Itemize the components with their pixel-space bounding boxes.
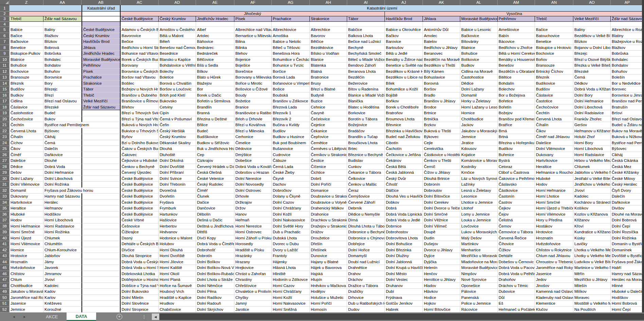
cell-Z29[interactable]: Dešov xyxy=(10,170,43,176)
cell-AG34[interactable]: Dolní Cazov xyxy=(272,200,310,206)
cell-AE50[interactable]: Dolní Radíkov xyxy=(196,295,234,301)
cell-AL42[interactable]: Menhartice xyxy=(460,247,498,253)
cell-district-header-AK[interactable]: Jihlava xyxy=(423,16,460,22)
cell-AA49[interactable]: Kadov xyxy=(43,289,82,295)
cell-AM43[interactable]: Dehtáře xyxy=(498,253,535,259)
cell-AH16[interactable]: Budyně xyxy=(310,92,347,99)
cell-AA42[interactable]: Chlum-Korouhvice xyxy=(43,247,82,253)
cell-AM14[interactable]: Bohdalín xyxy=(498,81,535,87)
cell-AG42[interactable]: Dvory u Lažišť xyxy=(272,247,310,253)
cell-AD35[interactable]: Frymburk xyxy=(159,205,196,212)
cell-AB18[interactable]: Žďár nad Sázavou xyxy=(82,104,121,111)
cell-AN43[interactable]: Chlum nad Jihlavou xyxy=(535,253,573,259)
cell-AA8[interactable]: Bobrová xyxy=(43,45,82,51)
cell-AK18[interactable]: Brodce xyxy=(423,104,460,111)
cell-AK27[interactable]: Čenkov u Třešti xyxy=(423,158,460,164)
cell-AJ39[interactable]: Dobrohostov xyxy=(385,229,423,235)
cell-AJ4[interactable] xyxy=(385,22,423,27)
cell-AD42[interactable]: Horní Dlouhá xyxy=(159,247,196,253)
cell-AF43[interactable]: Hrazánky xyxy=(234,253,272,259)
row-header-47[interactable]: 47 xyxy=(0,277,10,283)
cell-AG19[interactable]: Březovík 1 xyxy=(272,110,310,116)
cell-AI15[interactable]: Bítov u Radenína xyxy=(347,86,385,92)
row-header-40[interactable]: 40 xyxy=(0,235,10,241)
cell-AM9[interactable]: Bělá u Horní Cerekve xyxy=(498,51,535,57)
cell-Z15[interactable]: Budišov xyxy=(10,86,43,92)
cell-AG47[interactable]: Hodonín u Zdíkovce xyxy=(272,277,310,283)
cell-Z10[interactable]: Blatnice xyxy=(10,57,43,63)
cell-Z18[interactable]: Čáslavice xyxy=(10,104,43,111)
cell-AO49[interactable]: Milíkov xyxy=(573,289,611,295)
cell-AK25[interactable]: Cerekvička xyxy=(423,146,460,152)
cell-AN44[interactable]: Chroustov u Třebenic xyxy=(535,259,573,265)
cell-AL13[interactable]: Častohostice xyxy=(460,74,498,81)
cell-AL36[interactable]: Lomy u Jemnice xyxy=(460,212,498,218)
cell-AP6[interactable]: Blatiny xyxy=(611,33,644,39)
cell-AM10[interactable]: Benátky u Houserovky xyxy=(498,57,535,63)
cell-AG44[interactable]: Hájenky xyxy=(272,259,310,265)
cell-AG31[interactable]: Dachov xyxy=(272,182,310,188)
cell-AM28[interactable]: Cetoraz xyxy=(498,164,535,170)
cell-AL32[interactable]: Lesná u Želetavy xyxy=(460,188,498,194)
cell-AA15[interactable]: Březejc xyxy=(43,86,82,92)
cell-AE11[interactable]: Bílá u Sedla xyxy=(196,63,234,69)
cell-AP9[interactable]: Bobrůvka xyxy=(611,51,644,57)
cell-district-header-AG[interactable]: Prachatice xyxy=(272,16,310,22)
cell-AE27[interactable]: Cizkrajov xyxy=(196,158,234,164)
cell-AF42[interactable]: Hradiště u Písku xyxy=(234,247,272,253)
cell-AL19[interactable]: Hornice xyxy=(460,110,498,116)
cell-AJ11[interactable]: Benetice u Světlé nad Sázavou xyxy=(385,63,423,69)
cell-AM13[interactable]: Bitětice xyxy=(498,74,535,81)
cell-AK13[interactable]: Bohuslavice xyxy=(423,74,460,81)
cell-AE52[interactable]: Dolní Skrýchov xyxy=(196,307,234,313)
cell-AM21[interactable]: Bratřice xyxy=(498,122,535,128)
cell-AE8[interactable]: Bednárec xyxy=(196,45,234,51)
cell-AM47[interactable]: Drahoňov xyxy=(498,277,535,283)
cell-AH52[interactable]: Hornosín xyxy=(310,307,347,313)
cell-AE10[interactable]: Bělčovice xyxy=(196,57,234,63)
cell-AE6[interactable]: Artolec xyxy=(196,33,234,39)
cell-AK9[interactable]: Beranovec xyxy=(423,51,460,57)
cell-AE12[interactable]: Bílkov xyxy=(196,69,234,75)
cell-AO37[interactable]: Křižanov xyxy=(573,217,611,223)
cell-AM41[interactable]: Číhovice xyxy=(498,241,535,247)
cell-AF4[interactable] xyxy=(234,22,272,27)
cell-AE30[interactable]: České Velenice xyxy=(196,176,234,182)
cell-AN45[interactable]: Jaroměřice nad Rokytnou xyxy=(535,265,573,271)
cell-AP21[interactable]: Budeč u Žďáru nad Sázavou xyxy=(611,122,644,128)
cell-AD50[interactable]: Hradiště u Kaplice xyxy=(159,295,196,301)
cell-Z22[interactable]: Červená Lhota xyxy=(10,128,43,134)
cell-AN46[interactable]: Jasenice xyxy=(535,271,573,277)
cell-AN37[interactable]: Hory u Předína xyxy=(535,217,573,223)
cell-AP31[interactable]: Český Herálec xyxy=(611,182,644,188)
cell-AK8[interactable]: Bedřichov u Jihlavy xyxy=(423,45,460,51)
cell-AF28[interactable]: Dobrá Voda u Kovářova xyxy=(234,164,272,170)
cell-Z19[interactable]: Častohostice xyxy=(10,110,43,116)
cell-AM11[interactable]: Benešov xyxy=(498,63,535,69)
cell-AJ33[interactable]: Dlouhá Ves u Havlíčkova Brodu xyxy=(385,193,423,200)
cell-AK16[interactable]: Bradlo xyxy=(423,92,460,99)
cell-AP44[interactable]: Fryšava pod Žákovou horou xyxy=(611,259,644,265)
cell-AD7[interactable]: Běleň xyxy=(159,39,196,45)
cell-AF7[interactable]: Bilina xyxy=(234,39,272,45)
cell-AM39[interactable]: Černovice u Tábora xyxy=(498,229,535,235)
cell-AI27[interactable]: Budislav xyxy=(347,158,385,164)
row-header-49[interactable]: 49 xyxy=(0,289,10,295)
row-header-46[interactable]: 46 xyxy=(0,271,10,277)
column-header-Z[interactable]: Z xyxy=(10,0,43,5)
cell-AO12[interactable]: Březské xyxy=(573,69,611,75)
cell-AK32[interactable]: Dobroutov xyxy=(423,188,460,194)
cell-AM8[interactable]: Bedřichov u Zhořce xyxy=(498,45,535,51)
cell-AD47[interactable]: Horní Planá xyxy=(159,277,196,283)
cell-AE5[interactable]: Albeř xyxy=(196,27,234,33)
column-header-AB[interactable]: AB xyxy=(82,0,121,5)
cell-AF17[interactable]: Božetice xyxy=(234,98,272,104)
cell-AP26[interactable]: Cikháj xyxy=(611,152,644,158)
cell-AJ7[interactable]: Barovice xyxy=(385,39,423,45)
cell-AE4[interactable] xyxy=(196,22,234,27)
cell-AN40[interactable]: Hroznatín xyxy=(535,235,573,241)
cell-AK47[interactable]: Heroltice u Jihlavy xyxy=(423,277,460,283)
cell-AK6[interactable]: Arnolec xyxy=(423,33,460,39)
sheet-nav-left-icon[interactable]: ◂ xyxy=(13,315,15,319)
cell-AL11[interactable]: Budkov xyxy=(460,63,498,69)
